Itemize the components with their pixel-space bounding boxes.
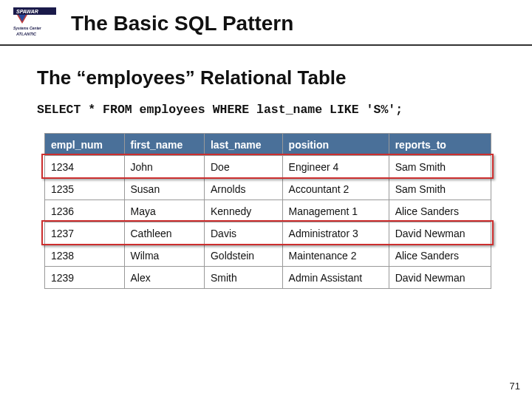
cell: 1236	[45, 200, 125, 222]
cell: Arnolds	[204, 178, 282, 200]
cell: Doe	[204, 156, 282, 178]
table-row: 1236 Maya Kennedy Management 1 Alice San…	[45, 200, 491, 222]
table-row: 1235 Susan Arnolds Accountant 2 Sam Smit…	[45, 178, 491, 200]
slide-title: The Basic SQL Pattern	[71, 12, 293, 35]
cell: 1237	[45, 222, 125, 245]
section-subtitle: The “employees” Relational Table	[37, 66, 495, 89]
cell: Smith	[204, 267, 282, 289]
cell: 1239	[45, 267, 125, 289]
cell: Alice Sanders	[389, 200, 491, 222]
cell: Admin Assistant	[282, 267, 389, 289]
cell: Accountant 2	[282, 178, 389, 200]
table-row: 1239 Alex Smith Admin Assistant David Ne…	[45, 267, 491, 289]
cell: Davis	[204, 222, 282, 245]
cell: 1235	[45, 178, 125, 200]
logo-top-text: SPAWAR	[16, 9, 38, 14]
employees-table: empl_num first_name last_name position r…	[44, 133, 491, 289]
cell: Sam Smith	[389, 156, 491, 178]
table-row: 1234 John Doe Engineer 4 Sam Smith	[45, 156, 491, 178]
sql-query: SELECT * FROM employees WHERE last_name …	[37, 103, 495, 117]
table-header-row: empl_num first_name last_name position r…	[45, 134, 491, 156]
cell: Cathleen	[124, 222, 204, 245]
cell: Alex	[124, 267, 204, 289]
cell: 1238	[45, 245, 125, 267]
logo-mid-text: Systems Center	[13, 26, 42, 30]
cell: Engineer 4	[282, 156, 389, 178]
table-container: empl_num first_name last_name position r…	[44, 133, 495, 289]
cell: Kennedy	[204, 200, 282, 222]
cell: Susan	[124, 178, 204, 200]
page-number: 71	[510, 381, 520, 392]
table-row: 1237 Cathleen Davis Administrator 3 Davi…	[45, 222, 491, 245]
cell: Alice Sanders	[389, 245, 491, 267]
col-empl-num: empl_num	[45, 134, 125, 156]
cell: David Newman	[389, 267, 491, 289]
cell: Wilma	[124, 245, 204, 267]
cell: 1234	[45, 156, 125, 178]
cell: Maintenance 2	[282, 245, 389, 267]
cell: David Newman	[389, 222, 491, 245]
col-reports-to: reports_to	[389, 134, 491, 156]
cell: John	[124, 156, 204, 178]
slide-content: The “employees” Relational Table SELECT …	[0, 46, 532, 289]
table-body: 1234 John Doe Engineer 4 Sam Smith 1235 …	[45, 156, 491, 289]
cell: Goldstein	[204, 245, 282, 267]
cell: Management 1	[282, 200, 389, 222]
table-row: 1238 Wilma Goldstein Maintenance 2 Alice…	[45, 245, 491, 267]
col-position: position	[282, 134, 389, 156]
cell: Administrator 3	[282, 222, 389, 245]
logo-bot-text: ATLANTIC	[16, 32, 37, 36]
col-last-name: last_name	[204, 134, 282, 156]
col-first-name: first_name	[124, 134, 204, 156]
cell: Maya	[124, 200, 204, 222]
cell: Sam Smith	[389, 178, 491, 200]
spawar-logo: SPAWAR Systems Center ATLANTIC	[13, 7, 58, 40]
slide-header: SPAWAR Systems Center ATLANTIC The Basic…	[0, 0, 532, 46]
